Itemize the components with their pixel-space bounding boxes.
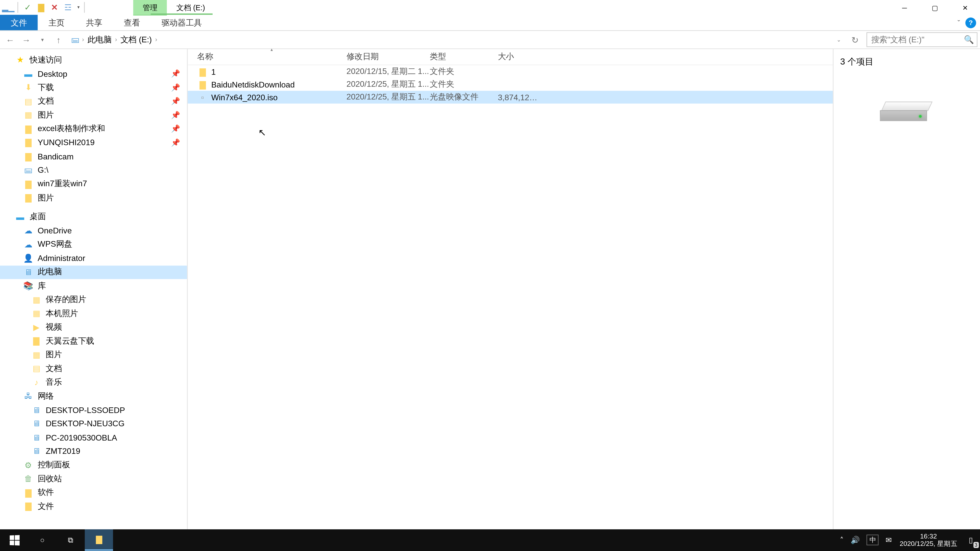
file-row[interactable]: ▇BaiduNetdiskDownload2020/12/25, 星期五 1..… xyxy=(188,78,833,91)
tray-overflow-icon[interactable]: ˄ xyxy=(840,536,844,545)
tree-label: ZMT2019 xyxy=(46,447,80,456)
column-type[interactable]: 类型 xyxy=(430,51,498,62)
tree-label: Administrator xyxy=(38,254,85,263)
tree-pictures[interactable]: ▦图片📌 xyxy=(0,108,187,122)
task-view-button[interactable]: ⧉ xyxy=(56,529,85,551)
action-center-button[interactable]: ▯ 3 xyxy=(961,529,980,551)
folder-icon: ▇ xyxy=(31,336,41,346)
tree-yunqishi[interactable]: ▇YUNQISHI2019📌 xyxy=(0,136,187,149)
tree-desktop[interactable]: ▬Desktop📌 xyxy=(0,67,187,81)
up-button[interactable]: ↑ xyxy=(51,32,66,47)
column-size[interactable]: 大小 xyxy=(498,51,540,62)
tree-wps[interactable]: ☁WPS网盘 xyxy=(0,238,187,251)
tab-share[interactable]: 共享 xyxy=(75,15,113,30)
taskbar-clock[interactable]: 16:32 2020/12/25, 星期五 xyxy=(896,533,961,548)
search-icon[interactable]: 🔍 xyxy=(964,35,974,44)
tree-videos[interactable]: ▶视频 xyxy=(0,321,187,334)
tree-network-pc[interactable]: 🖥PC-20190530OBLA xyxy=(0,430,187,445)
tree-pictures2[interactable]: ▇图片 xyxy=(0,191,187,205)
ribbon-expand-icon[interactable]: ˇ xyxy=(958,18,960,27)
forward-button[interactable]: → xyxy=(19,32,34,47)
breadcrumb-segment[interactable]: 此电脑 xyxy=(86,33,114,47)
tree-admin[interactable]: 👤Administrator xyxy=(0,251,187,265)
column-date[interactable]: 修改日期 xyxy=(347,51,430,62)
pin-icon: 📌 xyxy=(171,111,180,119)
address-dropdown-icon[interactable]: ⌄ xyxy=(832,32,846,47)
tab-home[interactable]: 主页 xyxy=(38,15,76,30)
chevron-right-icon[interactable]: › xyxy=(155,36,157,43)
chevron-right-icon[interactable]: › xyxy=(82,36,84,43)
windows-logo-icon xyxy=(10,535,19,545)
tree-network-pc[interactable]: 🖥ZMT2019 xyxy=(0,445,187,458)
tree-saved-pics[interactable]: ▦保存的图片 xyxy=(0,293,187,306)
refresh-icon[interactable]: ↻ xyxy=(848,32,862,47)
search-box[interactable]: 🔍 xyxy=(866,32,977,47)
tree-documents[interactable]: ▤文档📌 xyxy=(0,94,187,108)
tree-win7[interactable]: ▇win7重装win7 xyxy=(0,177,187,191)
tree-libraries[interactable]: 📚库 xyxy=(0,279,187,293)
tree-software[interactable]: ▇软件 xyxy=(0,486,187,500)
maximize-button[interactable]: ▢ xyxy=(920,0,950,15)
tree-network-pc[interactable]: 🖥DESKTOP-LSSOEDP xyxy=(0,403,187,417)
tree-gdrive[interactable]: 🖴G:\ xyxy=(0,164,187,177)
tree-files[interactable]: ▇文件 xyxy=(0,500,187,513)
column-name[interactable]: ▴名称 xyxy=(197,51,346,62)
app-icon[interactable]: ▂▁ xyxy=(3,2,14,13)
search-button[interactable]: ○ xyxy=(28,529,57,551)
tree-label: DESKTOP-LSSOEDP xyxy=(46,405,125,415)
properties-icon[interactable]: ✓ xyxy=(22,2,33,13)
pc-icon: 🖥 xyxy=(31,432,41,443)
ime-indicator[interactable]: 中 xyxy=(867,535,879,545)
delete-icon[interactable]: ✕ xyxy=(49,2,60,13)
back-button[interactable]: ← xyxy=(3,32,18,47)
help-icon[interactable]: ? xyxy=(966,17,976,28)
search-input[interactable] xyxy=(866,32,977,47)
item-count-label: 3 个项目 xyxy=(840,56,974,68)
tree-desktop-root[interactable]: ▬桌面 xyxy=(0,210,187,224)
tree-control-panel[interactable]: ⚙控制面板 xyxy=(0,458,187,472)
tree-downloads[interactable]: ⬇下载📌 xyxy=(0,81,187,94)
pictures-icon: ▦ xyxy=(31,294,41,305)
rename-icon[interactable]: ☲ xyxy=(62,2,73,13)
tree-label: 库 xyxy=(38,280,46,292)
minimize-button[interactable]: ─ xyxy=(889,0,920,15)
file-name: Win7x64_2020.iso xyxy=(211,92,347,102)
start-button[interactable] xyxy=(0,529,28,551)
tree-bandicam[interactable]: ▇Bandicam xyxy=(0,150,187,164)
explorer-taskbar-button[interactable]: ▇ xyxy=(85,529,113,551)
tree-network[interactable]: 🖧网络 xyxy=(0,389,187,403)
chevron-right-icon[interactable]: › xyxy=(115,36,117,43)
tree-network-pc[interactable]: 🖥DESKTOP-NJEU3CG xyxy=(0,417,187,430)
document-icon: ▤ xyxy=(31,363,41,374)
tree-excel[interactable]: ▇excel表格制作求和📌 xyxy=(0,122,187,136)
breadcrumb-segment[interactable]: 文档 (E:) xyxy=(118,33,154,47)
file-row[interactable]: ▇12020/12/15, 星期二 1...文件夹 xyxy=(188,65,833,78)
tree-this-pc[interactable]: 🖥此电脑 xyxy=(0,265,187,279)
tree-lib-music[interactable]: ♪音乐 xyxy=(0,375,187,389)
breadcrumb[interactable]: 🖴 › 此电脑 › 文档 (E:) › xyxy=(67,33,830,47)
navigation-tree[interactable]: ★快速访问 ▬Desktop📌 ⬇下载📌 ▤文档📌 ▦图片📌 ▇excel表格制… xyxy=(0,49,188,532)
recent-dropdown-icon[interactable]: ▾ xyxy=(35,32,50,47)
folder-icon: ▇ xyxy=(23,151,34,162)
tab-drive-tools[interactable]: 驱动器工具 xyxy=(151,14,213,30)
tab-view[interactable]: 查看 xyxy=(113,15,151,30)
tree-lib-pics[interactable]: ▦图片 xyxy=(0,348,187,362)
quick-access-toolbar: ▂▁ ✓ ▇ ✕ ☲ ▾ xyxy=(0,2,89,13)
qat-dropdown-icon[interactable]: ▾ xyxy=(77,5,80,10)
tray-app-icon[interactable]: ✉ xyxy=(886,536,892,545)
tree-recycle-bin[interactable]: 🗑回收站 xyxy=(0,472,187,486)
tree-tianyi[interactable]: ▇天翼云盘下载 xyxy=(0,334,187,348)
file-row[interactable]: ▫Win7x64_2020.iso2020/12/25, 星期五 1...光盘映… xyxy=(188,91,833,103)
music-icon: ♪ xyxy=(31,377,41,388)
volume-icon[interactable]: 🔊 xyxy=(851,536,860,545)
new-folder-icon[interactable]: ▇ xyxy=(36,2,46,13)
tree-onedrive[interactable]: ☁OneDrive xyxy=(0,224,187,238)
tab-file[interactable]: 文件 xyxy=(0,15,38,30)
tree-quick-access[interactable]: ★快速访问 xyxy=(0,53,187,67)
tree-lib-docs[interactable]: ▤文档 xyxy=(0,362,187,375)
tree-camera-roll[interactable]: ▦本机照片 xyxy=(0,306,187,321)
close-button[interactable]: ✕ xyxy=(950,0,980,15)
tree-label: 下载 xyxy=(38,82,54,94)
tree-label: Bandicam xyxy=(38,152,74,161)
tree-label: 音乐 xyxy=(46,377,62,388)
